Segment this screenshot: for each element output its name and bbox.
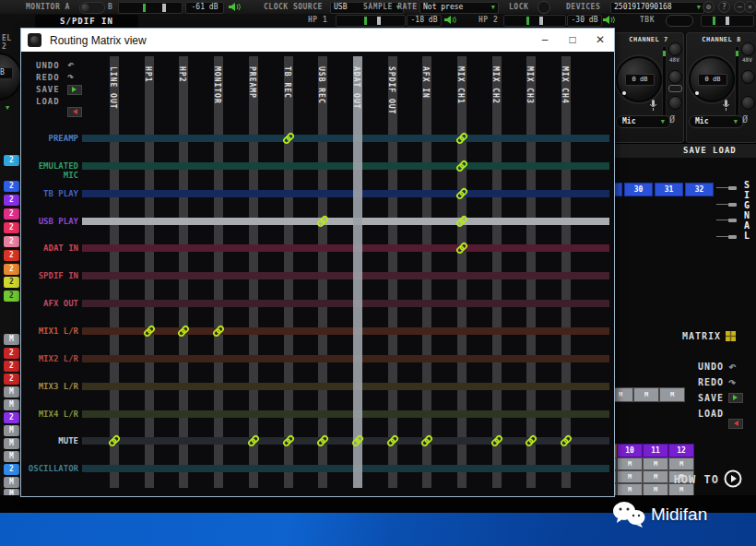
devices-select[interactable]: 2501917090168▼ — [610, 2, 704, 14]
channel7-knob2[interactable] — [668, 70, 682, 84]
undo-arrow-icon[interactable]: ↶ — [67, 58, 74, 71]
channel-cell[interactable]: 12 — [668, 444, 694, 457]
channel-save-load-bar[interactable]: SAVE LOAD — [613, 143, 756, 158]
speaker-icon[interactable] — [602, 15, 616, 25]
channel-number-button[interactable]: 31 — [655, 183, 683, 196]
redo-arrow-icon[interactable]: ↷ — [728, 374, 736, 389]
link-icon[interactable] — [282, 132, 295, 145]
phase-invert-button[interactable]: Ø — [669, 114, 675, 125]
mute-chip[interactable]: M — [4, 451, 19, 462]
channel-chip[interactable]: 2 — [4, 195, 19, 206]
settings-gear-icon[interactable]: ⚙ — [703, 1, 715, 13]
channel7-knob3[interactable] — [668, 96, 682, 110]
matrix-button-label[interactable]: MATRIX — [664, 331, 721, 341]
redo-button[interactable]: REDO — [36, 73, 60, 82]
matrix-row-spdif-in[interactable] — [82, 272, 609, 279]
load-button[interactable]: LOAD — [668, 409, 724, 419]
matrix-row-tb-play[interactable] — [82, 190, 609, 197]
channel-chip[interactable]: 2 — [4, 374, 19, 385]
link-icon[interactable] — [386, 434, 399, 447]
link-icon[interactable] — [455, 242, 468, 255]
channel8-source-select[interactable]: Mic ▼ — [689, 115, 744, 128]
link-icon[interactable] — [212, 325, 225, 338]
mute-chip[interactable]: M — [4, 477, 19, 488]
mute-cell[interactable]: M — [668, 457, 694, 470]
load-button[interactable]: LOAD — [36, 97, 60, 106]
undo-button[interactable]: UNDO — [668, 362, 724, 372]
channel-chip[interactable]: 2 — [4, 250, 19, 261]
matrix-row-mix4-l-r[interactable] — [82, 410, 609, 418]
redo-arrow-icon[interactable]: ↷ — [67, 70, 74, 83]
window-title-bar[interactable]: Routing Matrix view – □ ✕ — [21, 29, 614, 52]
maximize-button[interactable]: □ — [559, 29, 586, 52]
undo-button[interactable]: UNDO — [36, 61, 60, 70]
channel-chip[interactable]: 2 — [4, 155, 19, 166]
link-icon[interactable] — [247, 434, 260, 447]
channel8-trim-knob[interactable] — [741, 42, 755, 56]
save-load-label[interactable]: SAVE LOAD — [683, 146, 737, 155]
matrix-grid-icon[interactable] — [725, 330, 737, 342]
channel-cell[interactable]: 10 — [617, 444, 643, 457]
channel-chip[interactable]: 2 — [4, 464, 19, 475]
play-circle-icon[interactable] — [724, 469, 742, 488]
load-icon[interactable] — [728, 419, 743, 429]
phase-invert-button[interactable]: Ø — [742, 114, 748, 125]
load-icon[interactable] — [67, 107, 82, 117]
app-close-icon[interactable]: ✕ — [744, 1, 756, 13]
matrix-row-oscillator[interactable] — [82, 465, 609, 472]
link-icon[interactable] — [282, 434, 295, 447]
channel7-source-select[interactable]: Mic ▼ — [616, 115, 671, 128]
how-to-label[interactable]: HOW TO — [655, 473, 719, 486]
link-icon[interactable] — [525, 434, 537, 447]
link-icon[interactable] — [351, 434, 364, 447]
hp2-meter[interactable] — [503, 15, 566, 27]
mute-chip[interactable]: M — [4, 438, 19, 449]
sample-rate-select[interactable]: Not prese▼ — [419, 2, 499, 14]
matrix-row-mix2-l-r[interactable] — [82, 355, 609, 362]
channel-chip[interactable]: 2 — [4, 208, 19, 220]
mute-cell[interactable]: M — [643, 457, 668, 470]
matrix-row-emulated-mic[interactable] — [82, 162, 609, 170]
minimize-button[interactable]: – — [531, 29, 559, 52]
link-icon[interactable] — [455, 187, 468, 200]
slider-handle[interactable] — [539, 17, 543, 25]
tbk-button[interactable] — [666, 15, 693, 27]
stereo-link-icon[interactable] — [668, 85, 682, 92]
undo-arrow-icon[interactable]: ↶ — [728, 359, 736, 374]
hp1-meter[interactable] — [336, 15, 406, 27]
matrix-row-preamp[interactable] — [82, 135, 609, 142]
monitor-ab-toggle[interactable] — [79, 2, 105, 14]
speaker-icon[interactable] — [443, 15, 457, 25]
matrix-column-adat-out[interactable] — [353, 56, 362, 488]
link-icon[interactable] — [455, 132, 468, 145]
speaker-icon[interactable] — [228, 2, 242, 12]
channel-chip[interactable]: 2 — [4, 277, 19, 288]
channel-chip[interactable]: 2 — [4, 222, 19, 233]
mute-chip[interactable]: M — [4, 386, 19, 398]
link-icon[interactable] — [455, 160, 468, 172]
mute-chip[interactable]: M — [4, 399, 19, 410]
channel7-gain-knob[interactable]: 0 dB — [616, 56, 662, 102]
matrix-row-afx-out[interactable] — [82, 300, 609, 307]
link-icon[interactable] — [490, 434, 503, 447]
matrix-row-usb-play[interactable] — [82, 218, 609, 225]
channel-chip[interactable]: 2 — [4, 361, 19, 372]
mute-cell[interactable]: M — [617, 470, 643, 483]
close-button[interactable]: ✕ — [586, 29, 614, 52]
channel-number-button[interactable]: 32 — [685, 183, 714, 196]
link-icon[interactable] — [420, 434, 433, 447]
channel-number-button[interactable]: 30 — [624, 183, 653, 196]
matrix-row-mix3-l-r[interactable] — [82, 383, 609, 390]
channel-chip[interactable]: 2 — [4, 348, 19, 359]
channel-chip[interactable]: 2 — [4, 181, 19, 192]
mute-cell[interactable]: M — [633, 387, 659, 402]
channel8-gain-knob[interactable]: 0 dB — [689, 56, 735, 102]
help-icon[interactable]: ? — [718, 1, 730, 13]
chevron-down-icon[interactable]: ▼ — [6, 104, 9, 112]
save-icon[interactable] — [728, 393, 743, 403]
link-icon[interactable] — [316, 215, 329, 228]
slider-handle[interactable] — [162, 4, 166, 12]
link-icon[interactable] — [177, 325, 190, 338]
channel8-knob2[interactable] — [741, 70, 755, 84]
channel7-trim-knob[interactable] — [668, 42, 682, 56]
